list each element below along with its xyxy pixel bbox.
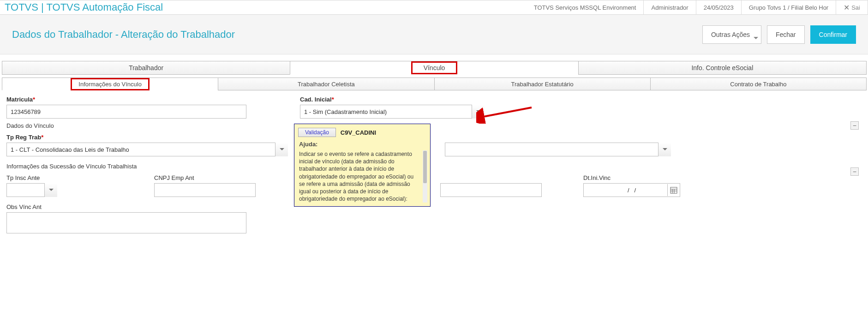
field-blank-mid bbox=[440, 183, 542, 197]
blank-mid-input[interactable] bbox=[440, 183, 542, 197]
tab-label: Vínculo bbox=[411, 61, 458, 74]
hidden-combo-input[interactable] bbox=[445, 143, 671, 156]
help-text-content: Indicar se o evento se refere a cadastra… bbox=[299, 151, 413, 202]
tab-label: Trabalhador bbox=[129, 64, 163, 72]
help-field-code: C9V_CADINI bbox=[341, 129, 376, 136]
collapse-toggle[interactable] bbox=[850, 167, 859, 176]
help-ajuda-label: Ajuda: bbox=[294, 141, 430, 150]
env-label: TOTVS Serviços MSSQL Environment bbox=[527, 0, 644, 14]
confirm-button[interactable]: Confirmar bbox=[810, 25, 856, 44]
page-title: Dados do Trabalhador - Alteração do Trab… bbox=[12, 29, 235, 41]
cad-inicial-input[interactable] bbox=[300, 105, 485, 119]
tp-insc-ante-label: Tp Insc Ante bbox=[6, 174, 57, 181]
other-actions-button[interactable]: Outras Ações bbox=[702, 25, 761, 44]
subtab-label: Informações do Vínculo bbox=[71, 78, 150, 90]
tab-info-esocial[interactable]: Info. Controle eSocial bbox=[578, 61, 867, 75]
tab-label: Info. Controle eSocial bbox=[691, 64, 753, 72]
help-text: Indicar se o evento se refere a cadastra… bbox=[299, 150, 427, 203]
obs-vinc-ant-label: Obs Vínc Ant bbox=[6, 203, 246, 210]
dt-ini-vinc-label: Dt.Ini.Vinc bbox=[583, 174, 680, 181]
help-panel: Validação C9V_CADINI Ajuda: Indicar se o… bbox=[294, 124, 431, 207]
calendar-icon[interactable] bbox=[667, 184, 679, 196]
section-sucessao: Informações da Sucessão de Vínculo Traba… bbox=[6, 163, 862, 170]
subtab-info-vinculo[interactable]: Informações do Vínculo bbox=[2, 78, 218, 90]
close-button[interactable]: Fechar bbox=[767, 25, 805, 44]
exit-button[interactable]: ✕ Sai bbox=[836, 0, 868, 14]
help-validation-button[interactable]: Validação bbox=[298, 128, 336, 137]
app-title: TOTVS | TOTVS Automação Fiscal bbox=[0, 1, 168, 13]
chevron-down-icon[interactable] bbox=[275, 143, 288, 156]
confirm-label: Confirmar bbox=[819, 31, 847, 38]
required-mark: * bbox=[33, 96, 35, 103]
field-tp-reg-trab: Tp Reg Trab* bbox=[6, 134, 288, 156]
tp-insc-ante-combo[interactable] bbox=[6, 183, 57, 197]
subtab-celetista[interactable]: Trabalhador Celetista bbox=[218, 78, 434, 90]
user-label: Administrador bbox=[644, 0, 696, 14]
tp-reg-trab-label: Tp Reg Trab* bbox=[6, 134, 288, 141]
dt-ini-vinc-input[interactable] bbox=[583, 183, 680, 197]
matricula-input[interactable] bbox=[6, 105, 246, 119]
required-mark: * bbox=[41, 134, 43, 141]
tabs-main: Trabalhador Vínculo Info. Controle eSoci… bbox=[0, 61, 868, 75]
label-text: Tp Reg Trab bbox=[6, 134, 41, 141]
collapse-toggle[interactable] bbox=[850, 121, 859, 130]
field-cad-inicial: Cad. Inicial* bbox=[300, 96, 485, 119]
field-obs-vinc-ant: Obs Vínc Ant bbox=[6, 203, 246, 233]
chevron-down-icon[interactable] bbox=[658, 143, 671, 156]
chevron-down-icon[interactable] bbox=[44, 183, 57, 197]
cnpj-emp-ant-input[interactable] bbox=[154, 183, 256, 197]
tab-vinculo[interactable]: Vínculo bbox=[290, 61, 578, 75]
field-tp-insc-ante: Tp Insc Ante bbox=[6, 174, 57, 197]
cad-inicial-label: Cad. Inicial* bbox=[300, 96, 485, 103]
help-scrollbar[interactable] bbox=[423, 150, 427, 203]
label-text: Cad. Inicial bbox=[300, 96, 332, 103]
svg-rect-0 bbox=[670, 187, 677, 193]
subtab-label: Trabalhador Estatutário bbox=[511, 81, 573, 88]
subtab-contrato[interactable]: Contrato de Trabalho bbox=[650, 78, 867, 90]
subtab-estatutario[interactable]: Trabalhador Estatutário bbox=[434, 78, 651, 90]
tp-reg-trab-combo[interactable] bbox=[6, 143, 288, 156]
cnpj-emp-ant-label: CNPJ Emp Ant bbox=[154, 174, 256, 181]
form-area: Matricula* Cad. Inicial* Dados do Víncul… bbox=[0, 90, 868, 233]
subtab-label: Trabalhador Celetista bbox=[298, 81, 355, 88]
field-dt-ini-vinc: Dt.Ini.Vinc bbox=[583, 174, 680, 197]
close-icon: ✕ bbox=[844, 3, 850, 12]
tabs-sub: Informações do Vínculo Trabalhador Celet… bbox=[0, 78, 868, 90]
field-hidden-combo bbox=[445, 143, 671, 156]
matricula-label: Matricula* bbox=[6, 96, 246, 103]
close-label: Fechar bbox=[776, 31, 796, 38]
exit-label: Sai bbox=[851, 4, 860, 11]
topbar-right: TOTVS Serviços MSSQL Environment Adminis… bbox=[527, 0, 868, 14]
scrollbar-thumb[interactable] bbox=[423, 151, 427, 183]
field-cnpj-emp-ant: CNPJ Emp Ant bbox=[154, 174, 256, 197]
hidden-combo[interactable] bbox=[445, 143, 671, 156]
tp-reg-trab-input[interactable] bbox=[6, 143, 288, 156]
topbar: TOTVS | TOTVS Automação Fiscal TOTVS Ser… bbox=[0, 0, 868, 15]
obs-vinc-ant-input[interactable] bbox=[6, 212, 246, 233]
chevron-down-icon[interactable] bbox=[472, 105, 485, 119]
cad-inicial-combo[interactable] bbox=[300, 105, 485, 119]
subtab-label: Contrato de Trabalho bbox=[730, 81, 786, 88]
page-header: Dados do Trabalhador - Alteração do Trab… bbox=[0, 15, 868, 54]
tab-trabalhador[interactable]: Trabalhador bbox=[2, 61, 290, 75]
other-actions-label: Outras Ações bbox=[711, 31, 750, 38]
date-label: 24/05/2023 bbox=[696, 0, 742, 14]
required-mark: * bbox=[332, 96, 334, 103]
field-matricula: Matricula* bbox=[6, 96, 246, 119]
label-text: Matricula bbox=[6, 96, 33, 103]
branch-label: Grupo Totvs 1 / Filial Belo Hor bbox=[742, 0, 836, 14]
section-dados-vinculo: Dados do Vínculo bbox=[6, 122, 862, 129]
